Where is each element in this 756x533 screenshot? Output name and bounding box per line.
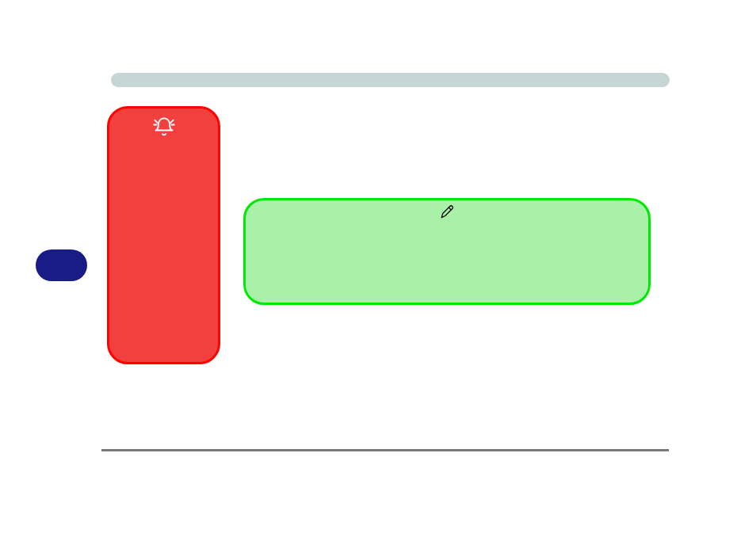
green-panel[interactable]	[243, 198, 651, 305]
pen-icon	[440, 205, 454, 219]
blue-pill[interactable]	[36, 249, 87, 281]
bell-icon	[153, 116, 175, 139]
svg-line-1	[170, 120, 174, 124]
svg-line-0	[155, 120, 158, 124]
top-bar	[111, 73, 670, 87]
svg-line-4	[449, 207, 451, 210]
bottom-divider	[101, 449, 669, 451]
red-panel[interactable]	[107, 106, 220, 364]
